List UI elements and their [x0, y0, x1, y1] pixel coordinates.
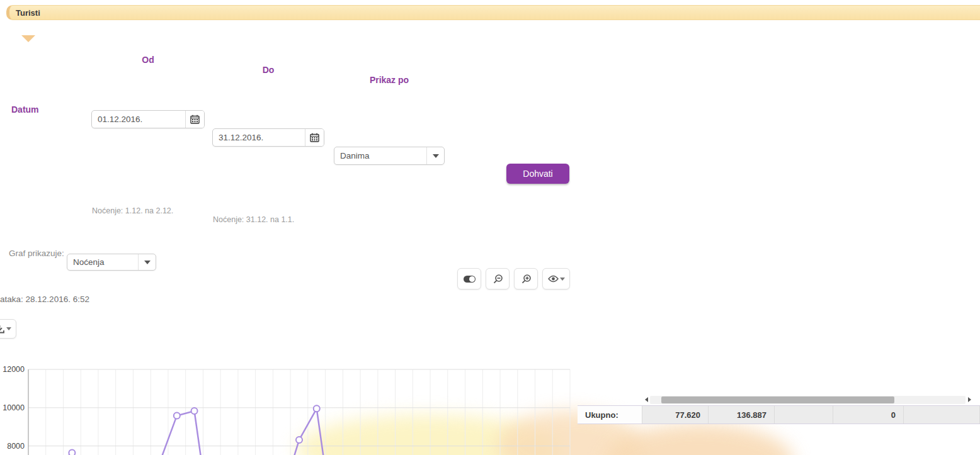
zoom-out-button[interactable]	[486, 268, 510, 289]
data-point[interactable]	[296, 437, 302, 443]
totals-value: 77.620	[642, 406, 709, 424]
zoom-in-button[interactable]	[514, 268, 538, 289]
totals-value: 0	[833, 406, 904, 424]
top-tab-bar: Turisti	[6, 5, 980, 20]
data-point[interactable]	[191, 408, 198, 414]
scroll-left-arrow[interactable]	[642, 396, 650, 404]
graf-prikazuje-value: Noćenja	[67, 254, 139, 270]
calendar-icon	[190, 115, 200, 124]
totals-value	[775, 406, 833, 424]
chevron-down-icon	[139, 254, 156, 270]
date-to-input[interactable]	[213, 129, 305, 146]
eye-icon	[548, 275, 559, 283]
data-updated-text: Vrijeme ažurnosti podataka: 28.12.2016. …	[0, 295, 898, 304]
scrollbar-track[interactable]	[650, 396, 966, 404]
calendar-icon	[310, 133, 319, 142]
od-label: Od	[91, 55, 205, 65]
download-icon	[0, 325, 4, 334]
line-chart: 0200040006000800010000120001.12.2016.2.1…	[0, 366, 574, 455]
toggle-icon	[464, 276, 476, 283]
dohvati-button[interactable]: Dohvati	[506, 164, 569, 184]
calendar-button-to[interactable]	[305, 129, 324, 146]
scroll-right-arrow[interactable]	[966, 396, 973, 404]
do-hint: Noćenje: 31.12. na 1.1.	[213, 215, 980, 224]
zoom-out-icon	[493, 274, 503, 284]
totals-value: 136.887	[709, 406, 775, 424]
series-visibility-button[interactable]	[542, 268, 570, 289]
chevron-down-icon	[560, 278, 565, 281]
chevron-down-icon	[6, 327, 11, 330]
tab-pointer	[21, 35, 35, 42]
y-tick-label: 10000	[3, 403, 25, 412]
data-point[interactable]	[174, 412, 180, 418]
zoom-in-icon	[521, 274, 532, 284]
chevron-down-icon	[427, 147, 444, 164]
totals-row: Ukupno:77.620136.8870	[578, 405, 980, 424]
od-hint: Noćenje: 1.12. na 2.12.	[92, 206, 980, 215]
graf-prikazuje-select[interactable]: Noćenja	[67, 254, 156, 271]
export-button[interactable]	[0, 319, 16, 339]
date-to-field	[212, 128, 324, 147]
prikaz-po-select[interactable]: Danima	[334, 147, 445, 165]
calendar-button-from[interactable]	[185, 111, 204, 128]
data-point[interactable]	[314, 405, 320, 412]
do-label: Do	[212, 65, 324, 75]
y-tick-label: 8000	[7, 442, 25, 451]
horizontal-scrollbar[interactable]	[642, 395, 973, 405]
prikaz-po-label: Prikaz po	[334, 75, 445, 85]
data-point[interactable]	[69, 450, 75, 455]
date-from-input[interactable]	[92, 111, 185, 128]
chart-canvas[interactable]: 0200040006000800010000120001.12.2016.2.1…	[0, 366, 574, 455]
totals-label: Ukupno:	[578, 406, 642, 424]
decorative-blob	[605, 424, 794, 455]
totals-value	[904, 406, 980, 424]
tab-turisti[interactable]: Turisti	[16, 8, 40, 18]
y-tick-label: 12000	[3, 366, 25, 374]
prikaz-po-value: Danima	[334, 147, 427, 164]
scrollbar-thumb[interactable]	[661, 396, 894, 403]
date-from-field	[91, 110, 205, 128]
chart-toggle-button[interactable]	[457, 268, 481, 289]
